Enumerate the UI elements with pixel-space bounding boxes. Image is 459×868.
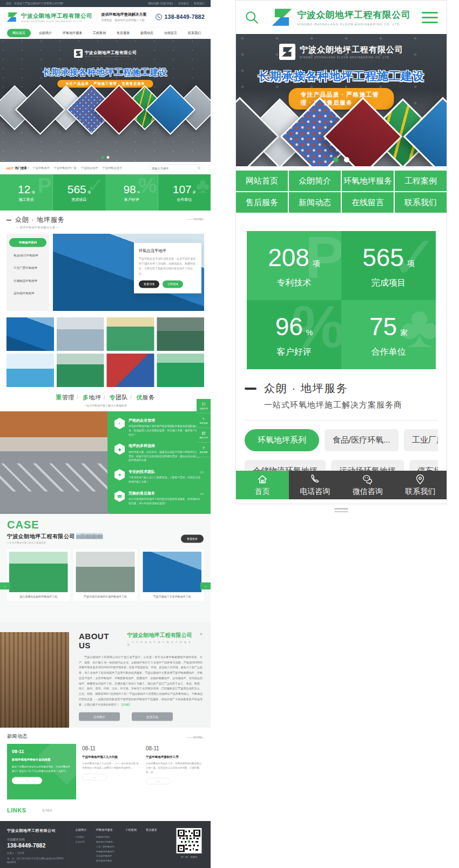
gallery-image[interactable]	[107, 317, 154, 351]
service-tag-active[interactable]: 环氧地坪系列	[245, 429, 319, 451]
consult-button[interactable]: 立即咨询	[163, 281, 183, 288]
footer-link[interactable]: 企业文化	[76, 839, 87, 844]
topbar-link-contact[interactable]: 联系我们	[194, 2, 205, 5]
search-icon[interactable]	[198, 166, 201, 170]
gallery-image[interactable]	[6, 354, 54, 387]
service-tag[interactable]: 食品/医疗环氧...	[325, 429, 399, 451]
nav-item-aftersale[interactable]: 售后服务	[114, 29, 132, 37]
nav-item-news[interactable]: 新闻动态	[138, 29, 156, 37]
hero-title: 长期承接各种地坪工程施工建设	[0, 66, 211, 78]
gallery-image[interactable]	[107, 354, 154, 387]
search-icon[interactable]	[245, 10, 259, 25]
tab-wechat[interactable]: 微信咨询	[341, 471, 394, 499]
wechat-qr-button[interactable]: 微信咨询	[197, 428, 211, 443]
gallery-image[interactable]	[157, 354, 204, 387]
tab-phone[interactable]: 电话咨询	[289, 471, 342, 499]
feature-item: ◆ 地坪的多样选择地坪种类丰富，色彩多样，能够充分满足不同客户和各种行业的需求，…	[114, 444, 204, 463]
back-to-top-button[interactable]: 返回顶部	[197, 443, 211, 457]
news-card[interactable]: 08-11 宁波环氧地坪施工九大问题 宁波环氧地坪施工九大问题：（一）地坪渗色问…	[81, 744, 140, 799]
case-more-button[interactable]: 查看更多	[181, 534, 204, 542]
home-icon	[256, 473, 268, 485]
nav-item-news[interactable]: 新闻动态	[289, 192, 341, 213]
gallery-image[interactable]	[6, 317, 54, 351]
nav-item-aftersale[interactable]: 售后服务	[236, 192, 288, 213]
search-input[interactable]	[152, 166, 198, 169]
footer-link[interactable]: 停车场地坪系列	[96, 859, 117, 864]
carousel-dot[interactable]	[344, 157, 349, 162]
footer-link[interactable]: 环氧地坪系列	[96, 835, 117, 839]
service-menu-item[interactable]: 食品/医疗环氧地坪	[9, 251, 46, 260]
topbar-link-sitemap[interactable]: 网站地图 (百度/谷歌)	[148, 2, 173, 5]
service-menu-item[interactable]: 运动场环氧地坪	[9, 289, 46, 298]
news-arrow-button[interactable]: →	[146, 778, 171, 784]
search-keyword[interactable]: 宁波环氧地坪厂家	[54, 166, 77, 170]
news-card-featured[interactable]: 08-11 影响环氧地坪寿命长短的因素 影响了环氧地坪寿命长短的因素有很多，宁波…	[7, 744, 76, 799]
footer-link[interactable]: 运动场环氧地坪	[96, 854, 117, 859]
nav-item-message[interactable]: 在线留言	[161, 29, 180, 37]
carousel-dot[interactable]	[107, 156, 110, 159]
prev-arrow-button[interactable]: ←	[0, 582, 10, 589]
slogan-title: 提供环氧地坪整体解决方案	[102, 12, 147, 17]
footer-link[interactable]: 工业厂房环氧地坪...	[96, 844, 117, 849]
footer-link[interactable]: 食品/医疗环氧地...	[96, 839, 117, 844]
about-detail-link[interactable]: 【详情】	[120, 703, 131, 706]
nav-item-contact[interactable]: 联系我们	[185, 29, 204, 37]
footer-col-cases: 工程案例	[125, 828, 137, 868]
service-menu-item[interactable]: 工业厂房环氧地坪	[9, 263, 46, 273]
footer-col-title[interactable]: 工程案例	[125, 828, 137, 832]
footer-col-title[interactable]: 众朗简介	[76, 828, 87, 832]
next-arrow-button[interactable]: →	[200, 582, 211, 589]
company-culture-button[interactable]: 企业文化	[132, 713, 173, 721]
nav-item-cases[interactable]: 工程案例	[395, 171, 447, 191]
news-card[interactable]: 08-11 宁波环氧地坪漆制作工序 宁波环氧地坪漆制作工序：采用地面研磨机配备吸…	[145, 744, 204, 799]
case-card[interactable]: 宁波华润五彩城停车场环氧地坪工程	[74, 550, 137, 601]
search-keyword[interactable]: 宁波环氧地坪	[32, 166, 50, 170]
phone-icon	[201, 417, 206, 421]
nav-item-about[interactable]: 众朗简介	[36, 29, 55, 37]
case-card[interactable]: 宁波天猫地下车库环氧地坪工程	[140, 550, 204, 601]
news-arrow-button[interactable]: →	[82, 774, 107, 780]
gallery-image[interactable]	[57, 317, 104, 351]
online-chat-button[interactable]: 在线咨询	[197, 399, 211, 413]
footer-col-title[interactable]: 售后服务	[146, 828, 157, 832]
nav-item-contact[interactable]: 联系我们	[395, 192, 447, 213]
search-keyword[interactable]: 宁波环氧自流平	[102, 166, 122, 170]
carousel-dot-active[interactable]	[333, 157, 339, 162]
footer-link[interactable]: 公司简介	[76, 835, 87, 839]
scroll-handle[interactable]	[235, 508, 447, 512]
topbar-link-message[interactable]: 在线留言	[178, 2, 189, 5]
gallery-image[interactable]	[157, 317, 204, 351]
nav-item-home[interactable]: 网站首页	[7, 29, 31, 38]
news-arrow-button[interactable]: →	[12, 777, 42, 784]
nav-item-about[interactable]: 众朗简介	[289, 171, 341, 191]
news-item-desc: 宁波环氧地坪施工九大问题：（一）地坪渗色问题 渗色是指在一种涂膜上涂覆另一种颜色…	[82, 762, 139, 770]
footer-col-title[interactable]: 环氧地坪服务	[96, 828, 117, 832]
detail-button[interactable]: 查看详情	[139, 281, 159, 288]
service-menu-item[interactable]: 仓储物流环氧地坪	[9, 276, 46, 286]
company-profile-button[interactable]: 公司简介	[79, 713, 120, 721]
menu-icon[interactable]	[422, 12, 438, 23]
news-more-link[interactable]: —— MORE+	[186, 736, 204, 739]
stats-band: 12项 施工资质 565项 完成项目 98% 客户好评 107家 合作单位	[0, 174, 211, 211]
nav-item-home[interactable]: 网站首页	[236, 171, 288, 191]
carousel-dot-active[interactable]	[102, 156, 104, 159]
nav-item-cases[interactable]: 工程案例	[90, 29, 109, 37]
service-menu-item-active[interactable]: 环氧地坪系列	[9, 238, 46, 247]
plus-icon[interactable]: +	[200, 632, 202, 638]
stat-praise: 98% 客户好评	[105, 174, 158, 211]
nav-item-services[interactable]: 环氧地坪服务	[342, 171, 394, 191]
case-card[interactable]: 浙江鼎勇包装材料环氧地坪工程	[7, 550, 70, 601]
hotline-button[interactable]: 服务热线	[197, 413, 211, 428]
check-watermark-icon	[389, 231, 436, 287]
search-keyword[interactable]: 宁波固化地坪	[81, 166, 98, 170]
services-more-link[interactable]: —— MORE+	[187, 218, 204, 221]
company-name: 宁波众朗地坪工程有限公司	[21, 12, 92, 19]
footer-link[interactable]: 仓储物流环氧地坪...	[96, 849, 117, 854]
tab-contact[interactable]: 联系我们	[394, 471, 447, 499]
tab-home[interactable]: 首页	[236, 471, 289, 499]
service-tag[interactable]: 工业厂房环氧地坪	[404, 429, 438, 451]
nav-item-services[interactable]: 环氧地坪服务	[60, 29, 85, 37]
gallery-image[interactable]	[57, 354, 104, 387]
nav-item-message[interactable]: 在线留言	[342, 192, 394, 213]
footer-company: 宁波众朗地坪工程有限公司	[7, 828, 68, 833]
